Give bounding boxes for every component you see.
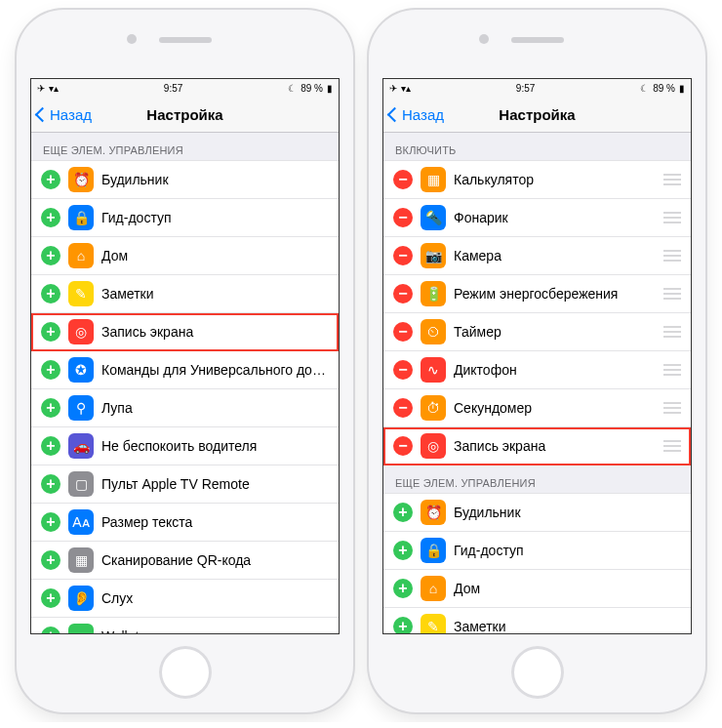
- add-button[interactable]: +: [41, 360, 60, 380]
- drag-handle-icon[interactable]: [663, 174, 681, 185]
- remove-button[interactable]: −: [393, 436, 413, 456]
- add-button[interactable]: +: [41, 627, 60, 633]
- settings-list-right[interactable]: ВКЛЮЧИТЬ −▦Калькулятор−🔦Фонарик−📷Камера−…: [383, 133, 691, 633]
- add-button[interactable]: +: [393, 579, 413, 598]
- battery-percent: 89 %: [301, 83, 323, 94]
- speaker-grille: [511, 37, 564, 43]
- control-row[interactable]: +◎Запись экрана: [31, 313, 339, 351]
- voice-memos-icon: ∿: [421, 357, 446, 383]
- control-row[interactable]: +AᴀРазмер текста: [31, 504, 339, 542]
- battery-icon: ▮: [679, 83, 685, 94]
- add-button[interactable]: +: [393, 503, 413, 522]
- control-label: Лупа: [101, 400, 329, 416]
- low-power-icon: 🔋: [421, 281, 446, 306]
- chevron-left-icon: [35, 106, 51, 122]
- battery-percent: 89 %: [653, 83, 675, 94]
- add-button[interactable]: +: [41, 474, 60, 494]
- control-row[interactable]: −🔦Фонарик: [383, 199, 691, 237]
- add-button[interactable]: +: [41, 170, 60, 189]
- remove-button[interactable]: −: [393, 208, 413, 227]
- control-row[interactable]: +▢Пульт Apple TV Remote: [31, 465, 339, 504]
- control-row[interactable]: +👂Слух: [31, 580, 339, 618]
- notes-icon: ✎: [421, 614, 446, 633]
- control-row[interactable]: +⌂Дом: [31, 237, 339, 275]
- control-row[interactable]: +⏰Будильник: [383, 493, 691, 532]
- section-include: ВКЛЮЧИТЬ: [383, 133, 691, 160]
- back-button[interactable]: Назад: [37, 106, 92, 123]
- add-button[interactable]: +: [41, 550, 60, 570]
- home-button[interactable]: [511, 646, 564, 699]
- wifi-icon: ▾▴: [49, 83, 59, 94]
- nav-bar: Назад Настройка: [31, 97, 339, 133]
- add-button[interactable]: +: [41, 588, 60, 608]
- chevron-left-icon: [387, 106, 403, 122]
- apple-tv-remote-icon: ▢: [68, 471, 94, 497]
- iphone-left: ✈︎ ▾▴ 9:57 ☾ 89 % ▮ Назад Настройка ЕЩЕ …: [17, 10, 353, 712]
- control-label: Пульт Apple TV Remote: [101, 476, 329, 492]
- section-more-controls: ЕЩЕ ЭЛЕМ. УПРАВЛЕНИЯ: [383, 465, 691, 493]
- control-row[interactable]: +▭Wallet: [31, 618, 339, 633]
- control-label: Дом: [101, 248, 329, 263]
- battery-icon: ▮: [327, 83, 333, 94]
- remove-button[interactable]: −: [393, 322, 413, 342]
- screen-left: ✈︎ ▾▴ 9:57 ☾ 89 % ▮ Назад Настройка ЕЩЕ …: [30, 78, 340, 634]
- add-button[interactable]: +: [41, 436, 60, 456]
- drag-handle-icon[interactable]: [663, 212, 681, 223]
- remove-button[interactable]: −: [393, 398, 413, 418]
- control-row[interactable]: +⚲Лупа: [31, 389, 339, 427]
- add-button[interactable]: +: [393, 541, 413, 560]
- remove-button[interactable]: −: [393, 284, 413, 303]
- control-label: Камера: [454, 248, 656, 263]
- add-button[interactable]: +: [41, 322, 60, 342]
- drag-handle-icon[interactable]: [663, 250, 681, 262]
- page-title: Настройка: [146, 106, 222, 123]
- control-row[interactable]: −🔋Режим энергосбережения: [383, 275, 691, 313]
- control-row[interactable]: −⏲Таймер: [383, 313, 691, 351]
- drag-handle-icon[interactable]: [663, 364, 681, 376]
- remove-button[interactable]: −: [393, 246, 413, 265]
- alarm-icon: ⏰: [68, 167, 94, 192]
- drag-handle-icon[interactable]: [663, 288, 681, 300]
- drag-handle-icon[interactable]: [663, 402, 681, 414]
- control-row[interactable]: +🔒Гид-доступ: [31, 199, 339, 237]
- add-button[interactable]: +: [41, 512, 60, 532]
- control-row[interactable]: +🔒Гид-доступ: [383, 532, 691, 570]
- control-row[interactable]: −⏱Секундомер: [383, 389, 691, 427]
- text-size-icon: Aᴀ: [68, 509, 94, 535]
- guided-access-icon: 🔒: [421, 538, 446, 563]
- back-button[interactable]: Назад: [389, 106, 444, 123]
- section-more-controls: ЕЩЕ ЭЛЕМ. УПРАВЛЕНИЯ: [31, 133, 339, 160]
- settings-list-left[interactable]: ЕЩЕ ЭЛЕМ. УПРАВЛЕНИЯ +⏰Будильник+🔒Гид-до…: [31, 133, 339, 633]
- control-label: Диктофон: [454, 362, 656, 378]
- remove-button[interactable]: −: [393, 170, 413, 189]
- control-row[interactable]: −∿Диктофон: [383, 351, 691, 389]
- drag-handle-icon[interactable]: [663, 440, 681, 452]
- drag-handle-icon[interactable]: [663, 326, 681, 338]
- control-label: Заметки: [454, 619, 681, 633]
- control-row[interactable]: +✎Заметки: [31, 275, 339, 313]
- control-row[interactable]: +🚗Не беспокоить водителя: [31, 427, 339, 465]
- control-label: Команды для Универсального доступа: [101, 362, 329, 378]
- status-time: 9:57: [164, 83, 182, 94]
- control-row[interactable]: −▦Калькулятор: [383, 160, 691, 199]
- control-row[interactable]: +✎Заметки: [383, 608, 691, 633]
- add-button[interactable]: +: [41, 284, 60, 303]
- add-button[interactable]: +: [41, 398, 60, 418]
- control-row[interactable]: −◎Запись экрана: [383, 427, 691, 465]
- add-button[interactable]: +: [41, 208, 60, 227]
- control-row[interactable]: +▦Сканирование QR-кода: [31, 542, 339, 580]
- accessibility-icon: ✪: [68, 357, 94, 383]
- control-row[interactable]: +⌂Дом: [383, 570, 691, 608]
- add-button[interactable]: +: [393, 617, 413, 633]
- remove-button[interactable]: −: [393, 360, 413, 380]
- control-label: Фонарик: [454, 210, 656, 225]
- status-time: 9:57: [516, 83, 535, 94]
- control-row[interactable]: +✪Команды для Универсального доступа: [31, 351, 339, 389]
- control-label: Будильник: [454, 505, 681, 520]
- control-label: Сканирование QR-кода: [101, 552, 329, 568]
- add-button[interactable]: +: [41, 246, 60, 265]
- control-row[interactable]: −📷Камера: [383, 237, 691, 275]
- home-button[interactable]: [159, 646, 212, 699]
- control-row[interactable]: +⏰Будильник: [31, 160, 339, 199]
- wallet-icon: ▭: [68, 624, 94, 633]
